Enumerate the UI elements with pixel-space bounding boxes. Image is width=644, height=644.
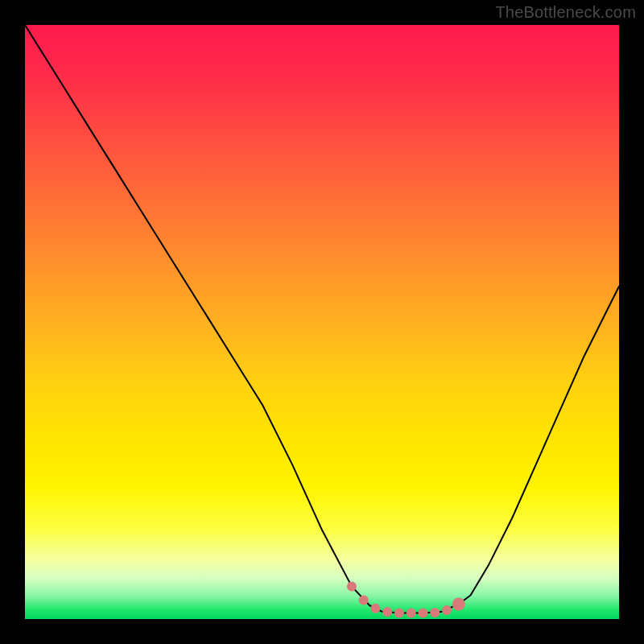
- fit-marker: [442, 605, 452, 615]
- fit-marker: [452, 598, 465, 611]
- curve-path: [25, 25, 619, 613]
- chart-frame: TheBottleneck.com: [0, 0, 644, 644]
- watermark-text: TheBottleneck.com: [495, 3, 636, 22]
- plot-area: [25, 25, 619, 619]
- chart-svg: [25, 25, 619, 619]
- fit-marker: [347, 581, 357, 591]
- fit-marker: [382, 607, 392, 617]
- fit-marker: [419, 609, 428, 618]
- fit-marker: [394, 609, 404, 618]
- fit-marker: [370, 604, 380, 613]
- fit-marker: [430, 608, 440, 617]
- fit-marker: [359, 595, 369, 605]
- fit-marker: [407, 609, 416, 618]
- bottleneck-curve: [25, 25, 619, 613]
